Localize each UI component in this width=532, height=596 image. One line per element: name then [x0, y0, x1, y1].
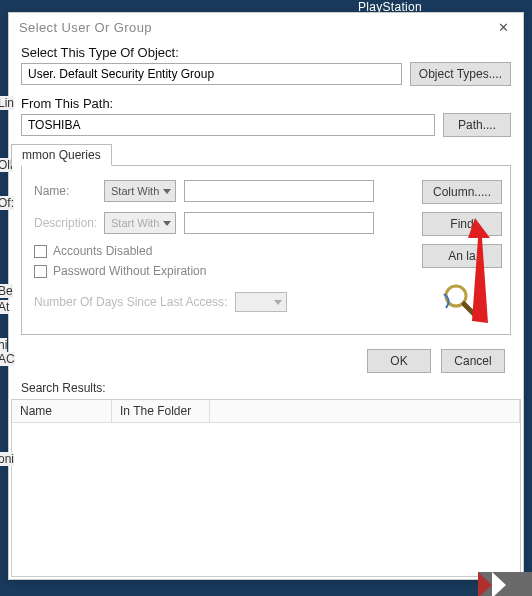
- dialog-footer-buttons: OK Cancel: [9, 343, 523, 375]
- description-label: Description:: [34, 216, 96, 230]
- bg-fragment: Lin: [0, 96, 14, 110]
- bg-fragment: Of:: [0, 196, 14, 210]
- select-user-or-group-dialog: Select User Or Group ✕ Select This Type …: [8, 12, 524, 580]
- description-condition-dropdown[interactable]: Start With: [104, 212, 176, 234]
- chevron-down-icon: [163, 189, 171, 194]
- object-type-label: Select This Type Of Object:: [9, 41, 523, 62]
- common-queries-group: Name: Start With Description: Start With…: [21, 165, 511, 335]
- chevron-down-icon: [274, 300, 282, 305]
- column-header-name[interactable]: Name: [12, 400, 112, 423]
- results-table: Name In The Folder: [11, 399, 521, 577]
- object-type-input[interactable]: [21, 63, 402, 85]
- results-body: [12, 423, 520, 576]
- name-label: Name:: [34, 184, 96, 198]
- description-condition-value: Start With: [111, 217, 159, 229]
- bg-fragment: AC: [0, 352, 15, 366]
- bg-fragment: Be: [0, 284, 13, 298]
- chevron-down-icon: [163, 221, 171, 226]
- column-header-spacer: [210, 400, 520, 423]
- search-results-label: Search Results:: [9, 375, 523, 399]
- corner-chevron-icon: [478, 572, 532, 596]
- tab-common-queries[interactable]: mmon Queries: [11, 144, 112, 166]
- column-header-folder[interactable]: In The Folder: [112, 400, 210, 423]
- column-button[interactable]: Column.....: [422, 180, 502, 204]
- name-condition-value: Start With: [111, 185, 159, 197]
- cancel-button[interactable]: Cancel: [441, 349, 505, 373]
- find-button[interactable]: Find: [422, 212, 502, 236]
- description-value-input[interactable]: [184, 212, 374, 234]
- dialog-title: Select User Or Group: [19, 20, 489, 35]
- close-icon: ✕: [498, 20, 509, 35]
- days-since-access-label: Number Of Days Since Last Access:: [34, 295, 227, 309]
- object-types-button[interactable]: Object Types....: [410, 62, 511, 86]
- ok-button[interactable]: OK: [367, 349, 431, 373]
- bg-fragment: oni: [0, 452, 14, 466]
- search-magnifier-icon: [440, 280, 480, 320]
- dialog-titlebar: Select User Or Group ✕: [9, 13, 523, 41]
- name-value-input[interactable]: [184, 180, 374, 202]
- days-since-access-dropdown[interactable]: [235, 292, 287, 312]
- svg-line-1: [464, 304, 474, 314]
- name-condition-dropdown[interactable]: Start With: [104, 180, 176, 202]
- bg-fragment: hi: [0, 338, 7, 352]
- annulla-button[interactable]: An la: [422, 244, 502, 268]
- accounts-disabled-checkbox[interactable]: [34, 245, 47, 258]
- path-button[interactable]: Path....: [443, 113, 511, 137]
- bg-fragment: At: [0, 300, 9, 314]
- password-no-expire-checkbox[interactable]: [34, 265, 47, 278]
- password-no-expire-label: Password Without Expiration: [53, 264, 206, 278]
- from-path-input[interactable]: [21, 114, 435, 136]
- close-button[interactable]: ✕: [489, 16, 517, 38]
- from-path-label: From This Path:: [9, 92, 523, 113]
- accounts-disabled-label: Accounts Disabled: [53, 244, 152, 258]
